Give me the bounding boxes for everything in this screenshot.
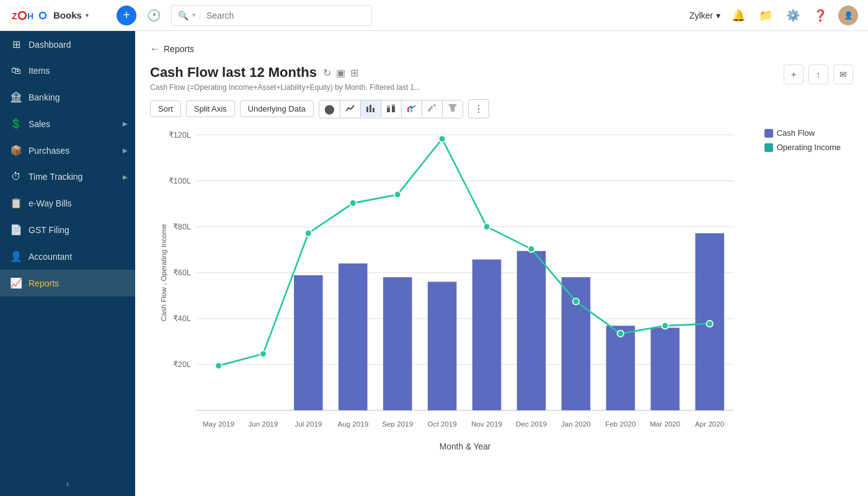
- breadcrumb-label: Reports: [164, 44, 194, 54]
- operating-income-line: [218, 139, 709, 366]
- notifications-button[interactable]: 🔔: [729, 6, 748, 25]
- dot-feb-2020: [618, 330, 624, 337]
- dot-jan-2020: [573, 298, 580, 305]
- svg-text:Jan 2020: Jan 2020: [561, 420, 591, 428]
- svg-text:Mar 2020: Mar 2020: [650, 420, 681, 428]
- svg-text:₹20L: ₹20L: [173, 360, 191, 369]
- operating-income-label: Operating Income: [777, 143, 841, 152]
- logo-chevron[interactable]: ▾: [86, 12, 89, 19]
- sidebar-item-items[interactable]: 🛍 Items: [0, 58, 135, 84]
- dot-jul-2019: [305, 230, 312, 237]
- history-button[interactable]: 🕐: [144, 6, 164, 25]
- search-filter-icon[interactable]: ▾: [192, 11, 200, 19]
- cash-flow-swatch: [764, 129, 773, 138]
- svg-text:Feb 2020: Feb 2020: [605, 420, 636, 428]
- zoho-logo: Z H: [10, 7, 50, 24]
- chart-container: Cash Flow Operating Income: [150, 128, 853, 472]
- folder-button[interactable]: 📁: [756, 6, 775, 25]
- bar-jul-2019: [294, 275, 323, 410]
- bar-dec-2019: [517, 251, 546, 410]
- stacked-bar-button[interactable]: [381, 100, 402, 117]
- sidebar-item-sales[interactable]: 💲 Sales ▶: [0, 110, 135, 137]
- sidebar-item-time-tracking[interactable]: ⏱ Time Tracking ▶: [0, 164, 135, 190]
- report-subtitle: Cash Flow (=Operating Income+Asset+Liabi…: [150, 83, 784, 92]
- report-title: Cash Flow last 12 Months ↻ ▣ ⊞: [150, 64, 784, 81]
- sales-arrow: ▶: [123, 120, 128, 127]
- svg-text:₹80L: ₹80L: [173, 223, 191, 231]
- time-tracking-arrow: ▶: [123, 174, 128, 180]
- legend-cash-flow: Cash Flow: [764, 128, 841, 138]
- bar-chart-button[interactable]: [361, 100, 381, 117]
- dashboard-icon: ⊞: [10, 38, 22, 50]
- email-button[interactable]: ✉: [833, 64, 853, 84]
- export-button[interactable]: ↑: [808, 64, 828, 84]
- search-input[interactable]: [206, 11, 365, 20]
- user-menu[interactable]: Zylker ▾: [689, 11, 720, 20]
- refresh-button[interactable]: ↻: [323, 67, 331, 79]
- svg-rect-10: [387, 105, 390, 108]
- chart-type-group: ⬤: [319, 100, 463, 118]
- sidebar-label-time-tracking: Time Tracking: [29, 172, 82, 182]
- funnel-chart-button[interactable]: [443, 100, 463, 117]
- svg-text:Aug 2019: Aug 2019: [337, 420, 368, 428]
- chart-wrapper: ₹120L ₹100L ₹80L ₹60L ₹40L ₹20L Cash Flo…: [150, 128, 754, 472]
- svg-text:Cash Flow , Operating Income: Cash Flow , Operating Income: [159, 224, 167, 321]
- svg-rect-14: [410, 105, 412, 112]
- sidebar-collapse-button[interactable]: ‹: [0, 471, 135, 496]
- svg-text:Nov 2019: Nov 2019: [471, 420, 502, 428]
- body-area: ⊞ Dashboard 🛍 Items 🏦 Banking 💲 Sales ▶ …: [0, 31, 868, 496]
- svg-text:Jun 2019: Jun 2019: [248, 420, 278, 428]
- settings-button[interactable]: ⚙️: [784, 6, 802, 25]
- combo-chart-button[interactable]: [402, 100, 422, 117]
- help-button[interactable]: ❓: [811, 6, 830, 25]
- svg-rect-8: [373, 108, 374, 112]
- report-title-area: Cash Flow last 12 Months ↻ ▣ ⊞ Cash Flow…: [150, 64, 784, 92]
- add-button[interactable]: +: [117, 6, 136, 25]
- scatter-chart-button[interactable]: [422, 100, 443, 117]
- split-axis-button[interactable]: Split Axis: [186, 100, 235, 117]
- chart-legend: Cash Flow Operating Income: [764, 128, 841, 152]
- more-options-button[interactable]: ⋮: [468, 99, 489, 118]
- svg-point-17: [433, 104, 436, 107]
- sidebar-label-items: Items: [29, 66, 50, 76]
- dot-apr-2020: [706, 321, 713, 327]
- report-header-row: Cash Flow last 12 Months ↻ ▣ ⊞ Cash Flow…: [150, 64, 853, 92]
- sidebar-item-accountant[interactable]: 👤 Accountant: [0, 243, 135, 270]
- cash-flow-label: Cash Flow: [777, 128, 815, 138]
- sidebar-item-purchases[interactable]: 📦 Purchases ▶: [0, 137, 135, 164]
- underlying-data-button[interactable]: Underlying Data: [240, 100, 314, 117]
- sidebar-item-banking[interactable]: 🏦 Banking: [0, 84, 135, 110]
- bar-aug-2019: [339, 264, 368, 410]
- bar-nov-2019: [472, 260, 502, 410]
- svg-text:Sep 2019: Sep 2019: [382, 420, 413, 428]
- bar-feb-2020: [606, 326, 636, 410]
- svg-text:₹120L: ₹120L: [169, 131, 191, 140]
- svg-rect-9: [387, 108, 390, 112]
- time-tracking-icon: ⏱: [10, 171, 22, 182]
- svg-text:H: H: [27, 11, 33, 21]
- search-icon: 🔍: [178, 11, 188, 20]
- pie-chart-button[interactable]: ⬤: [319, 100, 340, 118]
- back-arrow-icon: ←: [150, 43, 160, 55]
- reports-icon: 📈: [10, 277, 22, 289]
- sidebar-label-accountant: Accountant: [29, 252, 72, 262]
- add-report-button[interactable]: +: [784, 64, 804, 84]
- sidebar-item-dashboard[interactable]: ⊞ Dashboard: [0, 31, 135, 58]
- avatar[interactable]: 👤: [838, 6, 858, 25]
- sidebar-item-reports[interactable]: 📈 Reports: [0, 270, 135, 296]
- breadcrumb[interactable]: ← Reports: [150, 43, 853, 55]
- sidebar-item-gst-filing[interactable]: 📄 GST Filing: [0, 216, 135, 243]
- grid-view-button[interactable]: ▣: [336, 67, 345, 79]
- legend-operating-income: Operating Income: [764, 143, 841, 152]
- sidebar-label-eway-bills: e-Way Bills: [29, 198, 72, 208]
- line-chart-button[interactable]: [340, 100, 361, 117]
- sort-button[interactable]: Sort: [150, 100, 181, 117]
- sidebar-label-purchases: Purchases: [29, 146, 69, 156]
- svg-text:May 2019: May 2019: [203, 420, 234, 428]
- sidebar-label-sales: Sales: [29, 119, 50, 129]
- sidebar-item-eway-bills[interactable]: 📋 e-Way Bills: [0, 190, 135, 216]
- svg-text:Month & Year: Month & Year: [440, 442, 491, 451]
- purchases-arrow: ▶: [123, 147, 128, 154]
- chart-view-button[interactable]: ⊞: [350, 67, 358, 79]
- svg-text:Dec 2019: Dec 2019: [516, 420, 547, 428]
